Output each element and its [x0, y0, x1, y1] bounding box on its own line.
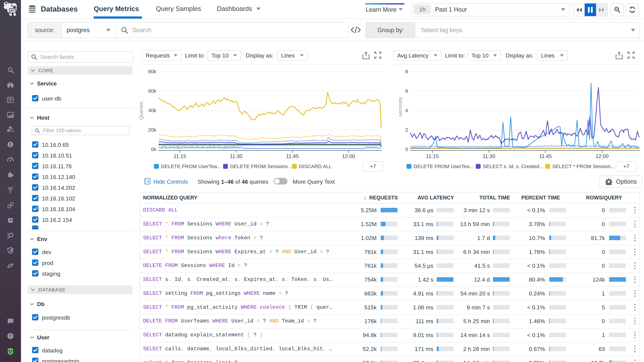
svg-text:60k: 60k [148, 88, 156, 94]
svg-text:11:15: 11:15 [174, 153, 186, 159]
svg-text:4: 4 [405, 108, 408, 113]
svg-text:0k: 0k [151, 146, 156, 152]
svg-text:20k: 20k [148, 127, 156, 133]
svg-text:8: 8 [405, 69, 408, 74]
svg-text:12:00: 12:00 [342, 153, 355, 159]
svg-text:11:45: 11:45 [286, 153, 299, 159]
svg-text:?: ? [9, 333, 12, 339]
svg-text:Queries: Queries [139, 102, 144, 120]
svg-text:11:30: 11:30 [230, 153, 242, 159]
svg-text:6: 6 [405, 88, 408, 94]
svg-text:2: 2 [405, 127, 408, 133]
svg-text:12:00: 12:00 [596, 153, 608, 159]
svg-text:11:30: 11:30 [483, 153, 495, 159]
svg-text:11:45: 11:45 [539, 153, 552, 159]
svg-text:Seconds: Seconds [399, 97, 403, 117]
svg-text:11:15: 11:15 [426, 153, 438, 159]
svg-text:40k: 40k [148, 108, 156, 113]
svg-text:80k: 80k [148, 69, 156, 74]
svg-text:0: 0 [405, 146, 408, 152]
